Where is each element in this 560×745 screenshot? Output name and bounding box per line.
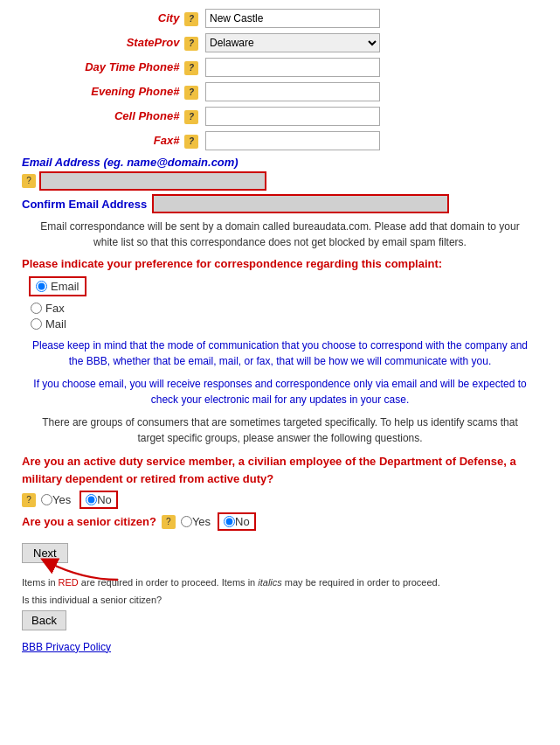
senior-yes-label: Yes [192, 515, 211, 528]
email-label: Email Address (eg. name@domain.com) [13, 156, 547, 169]
city-help-icon[interactable]: ? [184, 12, 198, 26]
radio-fax[interactable]: Fax [31, 302, 529, 315]
city-input-cell [205, 9, 380, 28]
city-input[interactable] [205, 9, 380, 28]
radio-mail-label: Mail [45, 317, 66, 331]
active-duty-yes-radio[interactable] [41, 494, 52, 505]
email-input-row: ? [13, 171, 547, 191]
stateprov-label: StateProv ? [13, 36, 205, 51]
cell-phone-row: Cell Phone# ? [13, 107, 547, 126]
active-duty-no-label: No [97, 493, 112, 506]
confirm-email-label: Confirm Email Address [22, 198, 147, 211]
senior-no-label: No [235, 515, 250, 528]
cell-phone-input[interactable] [205, 107, 380, 126]
radio-mail[interactable]: Mail [31, 317, 529, 331]
active-duty-question: Are you an active duty service member, a… [22, 453, 538, 487]
notice1-text: Please keep in mind that the mode of com… [31, 338, 529, 369]
stateprov-row: StateProv ? Delaware Alabama Alaska [13, 33, 547, 52]
senior-yes-radio[interactable] [181, 516, 192, 527]
fax-row: Fax# ? [13, 131, 547, 150]
senior-no-radio[interactable] [224, 516, 235, 527]
daytime-phone-input[interactable] [205, 58, 380, 77]
active-duty-no-radio[interactable] [86, 494, 97, 505]
active-duty-help-icon[interactable]: ? [22, 493, 36, 507]
daytime-phone-row: Day Time Phone# ? [13, 58, 547, 77]
radio-email[interactable]: Email [29, 276, 86, 296]
evening-phone-input-cell [205, 82, 380, 101]
arrow-indicator [31, 545, 135, 588]
is-senior-text: Is this individual a senior citizen? [22, 595, 538, 605]
radio-fax-input[interactable] [31, 303, 42, 314]
evening-phone-row: Evening Phone# ? [13, 82, 547, 101]
active-duty-yes-label: Yes [52, 493, 71, 506]
city-label: City ? [13, 11, 205, 26]
radio-email-label: Email [51, 280, 80, 293]
back-button[interactable]: Back [22, 610, 66, 630]
confirm-email-row: Confirm Email Address [13, 194, 547, 213]
fax-help-icon[interactable]: ? [184, 135, 198, 149]
fax-label: Fax# ? [13, 134, 205, 149]
stateprov-select[interactable]: Delaware Alabama Alaska [205, 33, 380, 52]
senior-question-label: Are you a senior citizen? [22, 515, 156, 528]
fax-input[interactable] [205, 131, 380, 150]
active-duty-radio-row: ? Yes No [22, 491, 538, 509]
evening-phone-label: Evening Phone# ? [13, 85, 205, 100]
notice3-text: There are groups of consumers that are s… [31, 414, 529, 446]
stateprov-help-icon[interactable]: ? [184, 37, 198, 51]
radio-email-input[interactable] [36, 281, 47, 292]
daytime-phone-input-cell [205, 58, 380, 77]
senior-help-icon[interactable]: ? [162, 515, 176, 529]
senior-row: Are you a senior citizen? ? Yes No [22, 512, 538, 531]
daytime-phone-help-icon[interactable]: ? [184, 61, 198, 75]
privacy-policy-link[interactable]: BBB Privacy Policy [22, 641, 538, 653]
evening-phone-help-icon[interactable]: ? [184, 86, 198, 100]
email-input[interactable] [39, 171, 266, 191]
email-help-icon[interactable]: ? [22, 174, 36, 188]
stateprov-input-cell: Delaware Alabama Alaska [205, 33, 380, 52]
legend-italic: italics [258, 577, 282, 588]
confirm-email-input[interactable] [152, 194, 449, 213]
fax-input-cell [205, 131, 380, 150]
city-row: City ? [13, 9, 547, 28]
daytime-phone-label: Day Time Phone# ? [13, 60, 205, 75]
next-button-container: Next [13, 536, 547, 570]
cell-phone-label: Cell Phone# ? [13, 109, 205, 124]
email-section: Email Address (eg. name@domain.com) ? Co… [13, 156, 547, 213]
active-duty-no-bordered: No [80, 491, 118, 509]
notice2-text: If you choose email, you will receive re… [31, 376, 529, 407]
email-info-text: Email correspondance will be sent by a d… [31, 219, 529, 250]
radio-mail-input[interactable] [31, 318, 42, 330]
cell-phone-input-cell [205, 107, 380, 126]
evening-phone-input[interactable] [205, 82, 380, 101]
senior-no-bordered: No [218, 512, 256, 531]
legend-text3: may be required in order to proceed. [282, 577, 440, 588]
radio-fax-label: Fax [45, 302, 65, 315]
preference-question: Please indicate your preference for corr… [22, 257, 538, 270]
cell-phone-help-icon[interactable]: ? [184, 110, 198, 124]
